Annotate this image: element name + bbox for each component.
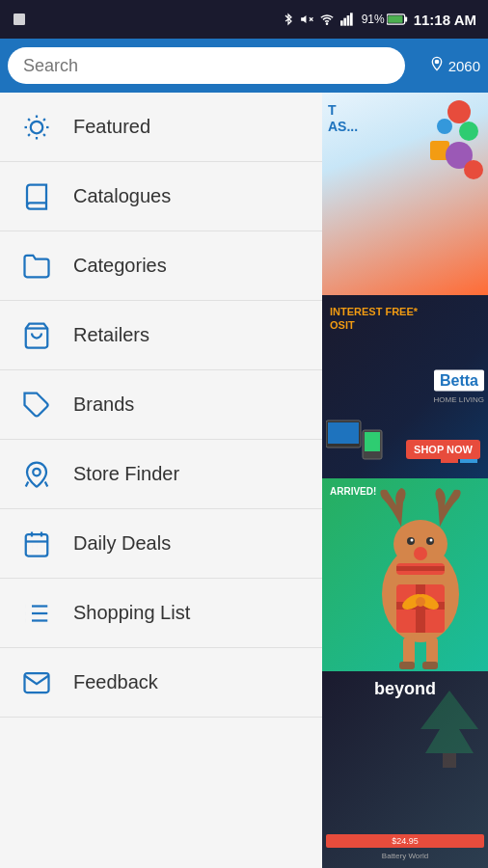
svg-rect-35 bbox=[396, 566, 445, 571]
catalogues-icon bbox=[19, 179, 54, 214]
retailers-label: Retailers bbox=[73, 324, 149, 346]
svg-rect-6 bbox=[343, 18, 346, 26]
content-area: TAS... INTEREST bbox=[0, 93, 488, 868]
svg-rect-42 bbox=[403, 637, 415, 665]
menu-item-categories[interactable]: Categories bbox=[0, 231, 322, 301]
clock: 11:18 AM bbox=[414, 12, 476, 28]
svg-point-28 bbox=[393, 520, 447, 568]
svg-point-13 bbox=[447, 100, 471, 123]
feedback-icon bbox=[19, 665, 54, 700]
svg-rect-20 bbox=[328, 422, 359, 444]
catalogues-label: Catalogues bbox=[73, 185, 171, 207]
status-right-icons: 91% 11:18 AM bbox=[283, 12, 476, 28]
svg-rect-22 bbox=[365, 432, 380, 451]
svg-point-14 bbox=[437, 119, 452, 134]
svg-point-59 bbox=[33, 468, 41, 475]
svg-rect-7 bbox=[346, 15, 349, 26]
featured-label: Featured bbox=[73, 116, 150, 138]
background-panels: TAS... INTEREST bbox=[322, 93, 488, 868]
daily-deals-icon bbox=[19, 527, 54, 561]
menu-item-retailers[interactable]: Retailers bbox=[0, 301, 322, 370]
svg-point-48 bbox=[31, 121, 43, 133]
categories-icon bbox=[19, 249, 54, 284]
daily-deals-label: Daily Deals bbox=[73, 532, 171, 555]
svg-rect-8 bbox=[350, 13, 353, 25]
location-pin-icon bbox=[429, 56, 445, 75]
brands-label: Brands bbox=[73, 393, 134, 416]
battery-icon bbox=[387, 14, 408, 25]
menu-item-featured[interactable]: Featured bbox=[0, 93, 322, 162]
brands-icon bbox=[19, 388, 54, 422]
svg-rect-10 bbox=[404, 16, 407, 21]
notification-icon bbox=[12, 12, 27, 27]
volume-icon bbox=[300, 13, 313, 26]
svg-line-55 bbox=[28, 134, 30, 136]
svg-rect-11 bbox=[388, 15, 402, 23]
battery-percent: 91% bbox=[362, 13, 385, 26]
battery-area: 91% bbox=[362, 13, 408, 26]
shopping-list-label: Shopping List bbox=[73, 602, 190, 624]
svg-point-41 bbox=[416, 597, 425, 607]
panel-christmas: TAS... bbox=[322, 93, 488, 295]
svg-rect-45 bbox=[422, 662, 438, 669]
menu-item-brands[interactable]: Brands bbox=[0, 370, 322, 440]
svg-point-15 bbox=[459, 122, 478, 141]
wifi-icon bbox=[319, 13, 335, 26]
store-finder-icon bbox=[19, 457, 54, 492]
status-bar: 91% 11:18 AM bbox=[0, 0, 488, 39]
menu-item-shopping-list[interactable]: Shopping List bbox=[0, 579, 322, 648]
bluetooth-icon bbox=[283, 12, 294, 27]
svg-rect-43 bbox=[426, 637, 438, 665]
signal-icon bbox=[340, 13, 356, 26]
svg-point-4 bbox=[326, 23, 327, 24]
reindeer-illustration bbox=[343, 478, 488, 671]
panel-reindeer: ARRIVED! bbox=[322, 478, 488, 671]
svg-point-32 bbox=[430, 539, 433, 542]
panel-beyond: beyond $24.95 Battery World bbox=[322, 671, 488, 868]
svg-point-31 bbox=[411, 539, 414, 542]
svg-point-18 bbox=[464, 160, 483, 179]
categories-label: Categories bbox=[73, 255, 167, 277]
svg-rect-5 bbox=[340, 20, 343, 25]
status-left-icons bbox=[12, 12, 27, 27]
menu-item-daily-deals[interactable]: Daily Deals bbox=[0, 509, 322, 579]
store-finder-label: Store Finder bbox=[73, 463, 179, 485]
shopping-list-icon bbox=[19, 596, 54, 631]
svg-point-12 bbox=[435, 60, 438, 63]
svg-line-54 bbox=[43, 134, 45, 136]
svg-point-33 bbox=[414, 547, 427, 560]
svg-marker-1 bbox=[301, 15, 306, 23]
search-input[interactable] bbox=[23, 56, 390, 76]
side-drawer: Featured Catalogues C bbox=[0, 93, 322, 868]
retailers-icon bbox=[19, 318, 54, 353]
shop-now-label: SHOP NOW bbox=[406, 440, 480, 459]
svg-rect-47 bbox=[443, 753, 456, 768]
svg-line-53 bbox=[28, 119, 30, 121]
location-code: 2060 bbox=[448, 58, 480, 74]
svg-line-56 bbox=[43, 119, 45, 121]
devices-icon bbox=[326, 411, 384, 469]
svg-rect-44 bbox=[399, 662, 415, 669]
location-area: 2060 bbox=[413, 56, 480, 75]
top-bar: 2060 bbox=[0, 39, 488, 93]
menu-item-feedback[interactable]: Feedback bbox=[0, 648, 322, 718]
app-container: 2060 TAS... bbox=[0, 39, 488, 868]
svg-rect-38 bbox=[416, 584, 425, 633]
menu-item-store-finder[interactable]: Store Finder bbox=[0, 440, 322, 509]
svg-marker-46 bbox=[420, 691, 478, 753]
search-box[interactable] bbox=[8, 47, 405, 84]
panel-betta: INTEREST FREE*OSIT Betta HOME LIVING bbox=[322, 295, 488, 479]
svg-rect-0 bbox=[14, 14, 25, 25]
menu-item-catalogues[interactable]: Catalogues bbox=[0, 162, 322, 231]
christmas-tree-icon bbox=[411, 681, 488, 777]
toy-decoration bbox=[392, 93, 488, 189]
feedback-label: Feedback bbox=[73, 671, 158, 693]
featured-icon bbox=[19, 110, 54, 145]
